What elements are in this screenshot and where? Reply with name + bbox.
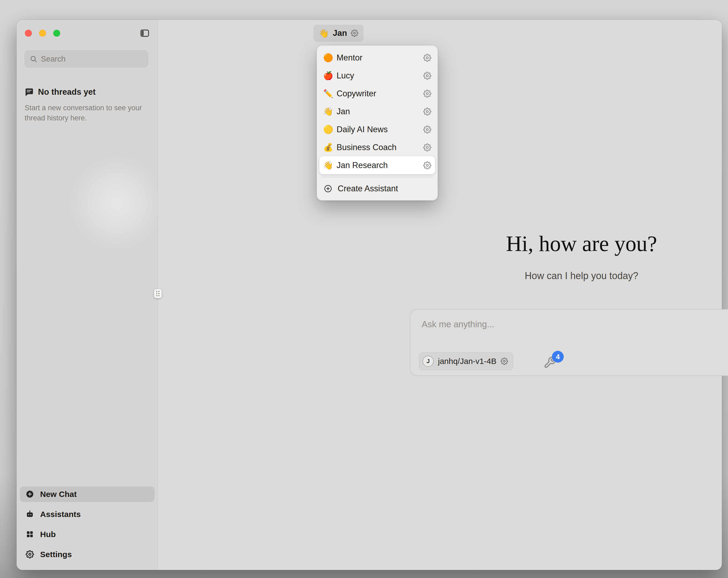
sidebar-item-hub[interactable]: Hub — [20, 527, 155, 542]
chat-bubble-icon — [25, 87, 34, 97]
model-selector-button[interactable]: J janhq/Jan-v1-4B — [419, 352, 513, 370]
sidebar-decorative-blob — [72, 158, 162, 249]
daily-ai-news-emoji-icon: 🟡 — [323, 125, 336, 134]
sidebar-resize-handle[interactable] — [154, 289, 162, 298]
assistant-dropdown-menu: 🟠 Mentor 🍎 Lucy ✏️ Copywriter 👋 Jan 🟡 — [317, 46, 438, 200]
search-icon — [30, 55, 37, 62]
menu-item-jan[interactable]: 👋 Jan — [319, 102, 435, 120]
gear-icon[interactable] — [423, 90, 431, 98]
assistant-settings-gear-icon[interactable] — [351, 29, 358, 37]
assistant-emoji: 👋 — [319, 28, 329, 38]
threads-empty-state: No threads yet Start a new conversation … — [25, 87, 146, 123]
menu-item-business-coach[interactable]: 💰 Business Coach — [319, 139, 435, 156]
menu-item-mentor[interactable]: 🟠 Mentor — [319, 49, 435, 67]
menu-item-label: Jan Research — [337, 160, 423, 170]
jan-research-emoji-icon: 👋 — [323, 160, 336, 170]
settings-gear-icon — [26, 550, 34, 559]
menu-item-label: Mentor — [337, 53, 423, 62]
menu-item-label: Lucy — [337, 71, 423, 80]
sidebar-item-assistants[interactable]: Assistants — [20, 507, 155, 522]
menu-divider — [321, 177, 433, 177]
app-window: No threads yet Start a new conversation … — [17, 20, 722, 570]
menu-item-label: Daily AI News — [337, 125, 423, 134]
hub-label: Hub — [40, 530, 56, 539]
gear-icon[interactable] — [423, 54, 431, 62]
jan-emoji-icon: 👋 — [323, 107, 336, 116]
menu-item-jan-research[interactable]: 👋 Jan Research — [319, 156, 435, 174]
main-area: 👋 Jan 🟠 Mentor 🍎 Lucy ✏️ Copywriter 👋 — [158, 20, 722, 570]
sidebar-toggle-icon — [140, 28, 150, 38]
new-chat-button[interactable]: New Chat — [20, 486, 155, 502]
model-name: janhq/Jan-v1-4B — [438, 357, 496, 366]
hub-icon — [26, 530, 34, 539]
empty-state-title: No threads yet — [38, 87, 96, 97]
window-controls — [25, 30, 60, 37]
sidebar-toggle-button[interactable] — [138, 27, 151, 39]
minimize-window-button[interactable] — [39, 30, 46, 37]
mentor-emoji-icon: 🟠 — [323, 53, 336, 62]
chat-input[interactable] — [422, 319, 728, 329]
empty-state-description: Start a new conversation to see your thr… — [25, 103, 142, 123]
business-coach-emoji-icon: 💰 — [323, 143, 336, 152]
create-assistant-label: Create Assistant — [338, 184, 398, 194]
plus-circle-outline-icon — [324, 184, 332, 193]
close-window-button[interactable] — [25, 30, 32, 37]
assistants-label: Assistants — [40, 510, 81, 519]
copywriter-emoji-icon: ✏️ — [323, 89, 336, 98]
gear-icon[interactable] — [423, 161, 431, 169]
greeting-subtitle: How can I help you today? — [300, 270, 728, 281]
gear-icon[interactable] — [423, 126, 431, 133]
lucy-emoji-icon: 🍎 — [323, 71, 336, 80]
chat-composer: J janhq/Jan-v1-4B 4 — [410, 309, 728, 376]
menu-item-label: Business Coach — [337, 143, 423, 152]
zoom-window-button[interactable] — [53, 30, 60, 37]
menu-item-daily-ai-news[interactable]: 🟡 Daily AI News — [319, 120, 435, 139]
create-assistant-button[interactable]: Create Assistant — [319, 180, 435, 197]
gear-icon[interactable] — [423, 72, 431, 80]
assistants-icon — [26, 510, 34, 519]
gear-icon[interactable] — [423, 144, 431, 151]
sidebar-nav: New Chat Assistants Hub Settings — [20, 486, 155, 562]
assistant-selector-button[interactable]: 👋 Jan — [313, 25, 364, 42]
sidebar-item-settings[interactable]: Settings — [20, 547, 155, 562]
settings-label: Settings — [40, 550, 72, 559]
tools-button[interactable]: 4 — [543, 351, 573, 375]
menu-item-lucy[interactable]: 🍎 Lucy — [319, 67, 435, 84]
menu-item-label: Copywriter — [337, 89, 423, 99]
menu-item-label: Jan — [337, 107, 423, 117]
menu-item-copywriter[interactable]: ✏️ Copywriter — [319, 84, 435, 102]
model-settings-gear-icon[interactable] — [500, 357, 508, 365]
sidebar: No threads yet Start a new conversation … — [17, 20, 158, 570]
greeting-heading: Hi, how are you? — [300, 231, 728, 256]
new-chat-label: New Chat — [40, 490, 77, 499]
gear-icon[interactable] — [423, 107, 431, 116]
tools-count-badge: 4 — [552, 351, 564, 362]
search-box — [25, 50, 148, 68]
model-avatar: J — [422, 356, 434, 367]
search-input[interactable] — [41, 55, 143, 64]
assistant-name: Jan — [333, 28, 347, 38]
plus-circle-icon — [26, 490, 34, 499]
